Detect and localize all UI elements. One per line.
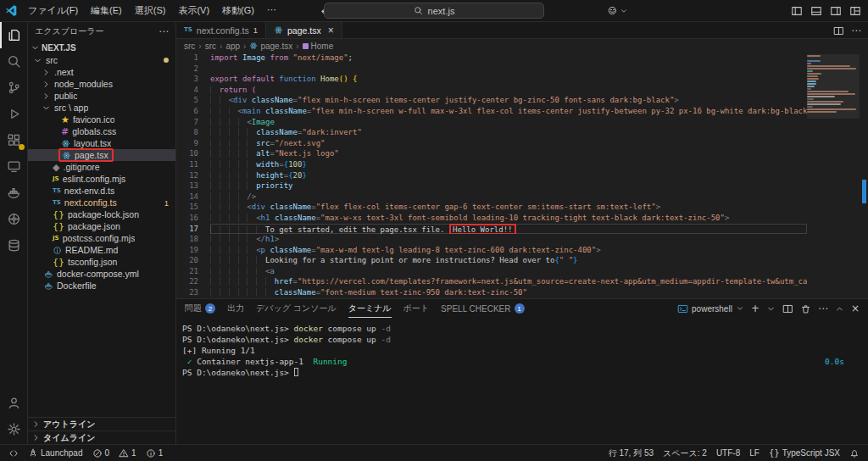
breadcrumb-item-home[interactable]: Home	[303, 42, 334, 51]
tree-item-page.tsx[interactable]: page.tsx	[28, 149, 175, 161]
menu-item-5[interactable]: ⋯	[261, 2, 282, 19]
code-line[interactable]: 7 <Image	[176, 117, 807, 128]
code-line[interactable]: 14 />	[176, 192, 807, 203]
tree-item-next.config.ts[interactable]: TSnext.config.ts1	[28, 197, 175, 208]
layout-customize-icon[interactable]	[849, 5, 861, 17]
status-indentation[interactable]: スペース: 2	[663, 447, 707, 459]
code-line[interactable]: 10 alt="Next.js logo"	[176, 148, 807, 159]
tree-item-.gitignore[interactable]: ◆.gitignore	[28, 161, 175, 173]
breadcrumb-item-src[interactable]: src	[205, 42, 216, 51]
activity-remote-explorer[interactable]	[0, 153, 28, 180]
chevron-down-icon[interactable]	[766, 304, 776, 314]
code-line[interactable]: 19 <p className="max-w-md text-lg leadin…	[176, 245, 807, 256]
menu-item-2[interactable]: 選択(S)	[129, 2, 172, 19]
copilot-button[interactable]	[607, 5, 628, 16]
code-line[interactable]: 6 <main className="flex min-h-screen w-f…	[176, 106, 807, 117]
code-line[interactable]: 22 href="https://vercel.com/templates?fr…	[176, 276, 807, 287]
status-eol[interactable]: LF	[749, 448, 760, 458]
split-editor-icon[interactable]	[833, 25, 844, 36]
code-line[interactable]: 20 Looking for a starting point or more …	[176, 255, 807, 266]
panel-tab--[interactable]: 問題2	[185, 299, 215, 318]
code-line[interactable]: 17 To get started, edit the page.tsx fil…	[176, 224, 807, 235]
tree-item-globals.css[interactable]: #globals.css	[28, 125, 175, 137]
sidebar-section-0[interactable]: アウトライン	[28, 417, 175, 430]
menu-item-4[interactable]: 移動(G)	[216, 2, 260, 19]
tree-item-src-app[interactable]: src \ app	[28, 102, 175, 114]
layout-sidebar-left-icon[interactable]	[791, 5, 803, 17]
status-cursor-position[interactable]: 行 17, 列 53	[609, 447, 654, 459]
status-encoding[interactable]: UTF-8	[716, 448, 740, 458]
terminal[interactable]: PS D:\odaneko\next.js> docker compose up…	[182, 323, 858, 441]
code-line[interactable]: 5 <div className="flex min-h-screen item…	[176, 95, 807, 106]
menu-item-1[interactable]: 編集(E)	[85, 2, 128, 19]
status-launchpad[interactable]: Launchpad	[28, 448, 83, 458]
code-line[interactable]: 18 </h1>	[176, 234, 807, 245]
tree-item-.next[interactable]: .next	[28, 66, 175, 78]
sidebar-section-1[interactable]: タイムライン	[28, 430, 175, 444]
more-icon[interactable]: ⋯	[851, 25, 861, 36]
code-line[interactable]: 2	[176, 64, 807, 75]
tree-item-dockerfile[interactable]: Dockerfile	[28, 280, 175, 292]
tree-item-eslint.config.mjs[interactable]: JSeslint.config.mjs	[28, 173, 175, 185]
panel-tab--[interactable]: 出力	[227, 299, 244, 318]
shell-selector[interactable]: powershell	[677, 303, 744, 314]
tree-item-postcss.config.mjs[interactable]: JSpostcss.config.mjs	[28, 232, 175, 244]
code-line[interactable]: 21 <a	[176, 266, 807, 277]
breadcrumb-item-page.tsx[interactable]: page.tsx	[249, 42, 292, 51]
code-editor[interactable]: 1import Image from "next/image";23export…	[176, 53, 868, 298]
tree-item-readme.md[interactable]: README.md	[28, 244, 175, 256]
activity-accounts[interactable]	[0, 390, 28, 416]
panel-tab--[interactable]: デバッグ コンソール	[256, 299, 337, 318]
layout-panel-icon[interactable]	[810, 5, 822, 17]
layout-sidebar-right-icon[interactable]	[830, 5, 842, 17]
tree-item-tsconfig.json[interactable]: {}tsconfig.json	[28, 256, 175, 268]
panel-tab--[interactable]: ターミナル	[348, 299, 392, 318]
more-actions-icon[interactable]: ⋯	[159, 26, 169, 36]
close-icon[interactable]: ×	[851, 303, 860, 314]
code-line[interactable]: 23 className="font-medium text-zinc-950 …	[176, 287, 807, 298]
code-line[interactable]: 4 return (	[176, 85, 807, 96]
activity-source-control[interactable]	[0, 75, 28, 101]
close-icon[interactable]: ×	[328, 25, 334, 36]
editor-scrollbar[interactable]	[860, 53, 868, 298]
chevron-up-icon[interactable]	[835, 304, 844, 314]
code-line[interactable]: 3export default function Home() {	[176, 74, 807, 85]
status-info[interactable]: 1	[146, 448, 164, 458]
activity-database[interactable]	[0, 232, 28, 258]
status-errors[interactable]: 0	[92, 448, 110, 458]
activity-explorer[interactable]	[0, 22, 28, 48]
code-line[interactable]: 12 height={20}	[176, 170, 807, 181]
activity-docker[interactable]	[0, 180, 28, 206]
tab-next.config.ts[interactable]: TSnext.config.ts1	[176, 22, 266, 38]
code-line[interactable]: 16 <h1 className="max-w-xs text-3xl font…	[176, 213, 807, 224]
tree-item-favicon.ico[interactable]: ★favicon.ico	[28, 114, 175, 125]
minimap[interactable]	[807, 54, 860, 114]
panel-tab--[interactable]: ポート	[403, 299, 429, 318]
tree-item-package-lock.json[interactable]: {}package-lock.json	[28, 208, 175, 220]
activity-run-and-debug[interactable]	[0, 101, 28, 127]
tree-item-docker-compose.yml[interactable]: docker-compose.yml	[28, 268, 175, 280]
code-line[interactable]: 13 priority	[176, 181, 807, 192]
status-notifications[interactable]	[849, 448, 860, 458]
more-icon[interactable]: ⋯	[818, 303, 828, 314]
activity-settings[interactable]	[0, 416, 28, 442]
activity-extensions[interactable]	[0, 127, 28, 153]
tree-item-layout.tsx[interactable]: layout.tsx	[28, 137, 175, 149]
breadcrumb-item-src[interactable]: src	[184, 42, 195, 51]
menu-item-0[interactable]: ファイル(F)	[22, 2, 84, 19]
tree-item-node-modules[interactable]: node_modules	[28, 78, 175, 90]
workspace-section-header[interactable]: NEXT.JS	[28, 41, 175, 54]
code-line[interactable]: 11 width={100}	[176, 159, 807, 170]
status-language-mode[interactable]: {}TypeScript JSX	[769, 448, 840, 458]
split-editor-icon[interactable]	[782, 303, 793, 314]
trash-icon[interactable]	[800, 303, 811, 314]
tree-item-src[interactable]: src	[28, 54, 175, 66]
code-line[interactable]: 9 src="/next.svg"	[176, 138, 807, 149]
tree-item-public[interactable]: public	[28, 90, 175, 102]
code-line[interactable]: 15 <div className="flex flex-col items-c…	[176, 202, 807, 213]
code-line[interactable]: 1import Image from "next/image";	[176, 53, 807, 64]
activity-kubernetes[interactable]	[0, 206, 28, 232]
command-center-search[interactable]: next.js	[324, 3, 544, 19]
more-icon[interactable]: ⋯	[159, 26, 169, 36]
code-line[interactable]: 8 className="dark:invert"	[176, 127, 807, 138]
